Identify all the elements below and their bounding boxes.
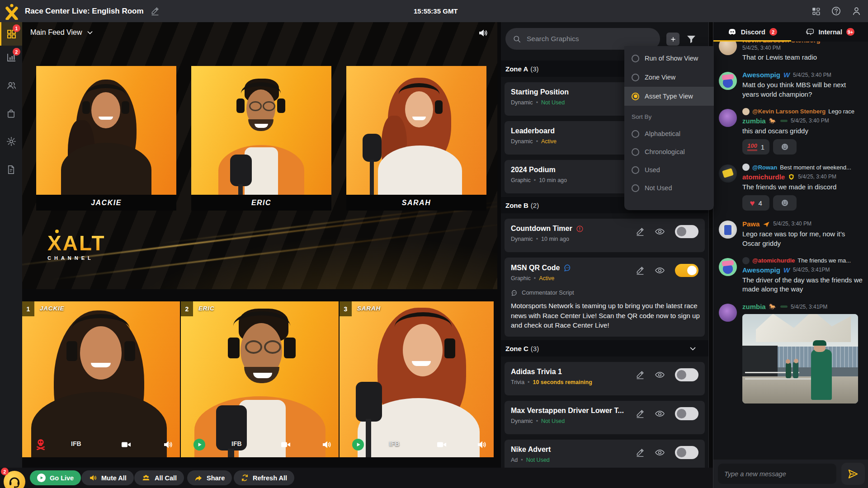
add-reaction-button[interactable]	[773, 139, 797, 155]
view-selector[interactable]: Main Feed View	[30, 28, 94, 37]
menu-option-alphabetical[interactable]: Alphabetical	[624, 125, 714, 143]
graphic-toggle[interactable]	[675, 407, 698, 420]
menu-option-run-of-show[interactable]: Run of Show View	[624, 49, 714, 68]
edit-icon[interactable]	[635, 409, 645, 418]
add-graphic-button[interactable]	[666, 33, 679, 46]
graphic-toggle[interactable]	[675, 225, 698, 238]
play-feed-icon[interactable]	[352, 439, 364, 450]
play-feed-icon[interactable]	[193, 439, 205, 450]
left-sidebar: 1 2	[0, 22, 22, 468]
edit-icon[interactable]	[635, 266, 645, 275]
go-live-button[interactable]: Go Live	[30, 470, 81, 485]
chat-message: @Rowan Best moment of weekend... atomich…	[719, 164, 863, 211]
preview-eye-icon[interactable]	[655, 370, 665, 380]
search-graphics-input[interactable]	[526, 34, 653, 43]
reply-text: The friends we ma...	[797, 257, 851, 264]
send-button[interactable]	[841, 463, 865, 485]
timestamp: 5/4/25, 3:40 PM	[798, 174, 836, 180]
reply-text: Lego race	[828, 108, 854, 115]
reaction-heart[interactable]: ♥ 4	[742, 195, 769, 211]
camera-feed-3[interactable]: 3 SARAH IFB	[340, 301, 494, 457]
preview-eye-icon[interactable]	[655, 226, 665, 237]
feed-volume-icon[interactable]	[162, 439, 173, 450]
document-icon	[6, 164, 16, 175]
camera-icon[interactable]	[121, 439, 132, 450]
preview-eye-icon[interactable]	[655, 408, 665, 419]
refresh-all-button[interactable]: Refresh All	[234, 470, 294, 485]
menu-option-used[interactable]: Used	[624, 161, 714, 179]
message-input[interactable]	[718, 464, 836, 484]
preview-eye-icon[interactable]	[655, 447, 665, 458]
chat-image-attachment[interactable]	[742, 314, 858, 404]
message-list[interactable]: Kevin Larsson Stenberg 5/4/25, 3:40 PM T…	[713, 42, 868, 460]
share-arrow-icon	[194, 474, 203, 482]
reply-avatar	[742, 108, 750, 115]
graphic-row-adidas-trivia[interactable]: Adidas Trivia 1 Trivia•10 seconds remain…	[505, 362, 705, 395]
avatar	[719, 164, 737, 183]
feed-volume-icon[interactable]	[321, 439, 332, 450]
graphic-toggle[interactable]	[675, 264, 698, 277]
camera-feed-2[interactable]: 2 ERIC IFB	[181, 301, 339, 457]
graphic-row-msn-qr-code[interactable]: MSN QR Code Graphic•Active Commentator S…	[505, 258, 705, 337]
profile-icon[interactable]	[851, 6, 862, 16]
refresh-icon	[241, 474, 249, 482]
zone-c-header[interactable]: Zone C(3)	[501, 340, 708, 357]
edit-icon[interactable]	[635, 370, 645, 380]
send-plane-icon	[847, 468, 859, 480]
sidebar-item-dashboard[interactable]: 1	[0, 22, 22, 46]
message-text: this and oscars griddy	[742, 127, 863, 136]
radio-icon	[632, 148, 639, 156]
internal-unread-badge: 9+	[846, 28, 854, 36]
graphic-row-countdown-timer[interactable]: Countdown Timer Dynamic•10 min ago	[505, 219, 705, 252]
sidebar-item-settings[interactable]	[0, 130, 22, 153]
ifb-label[interactable]: IFB	[389, 440, 400, 447]
sidebar-item-people[interactable]	[0, 74, 22, 97]
reaction-100[interactable]: 100 1	[742, 139, 769, 155]
camera-feed-1[interactable]: 1 JACKIE IFB	[22, 301, 180, 457]
username: zumbia	[742, 117, 766, 125]
tab-internal[interactable]: Internal 9+	[791, 22, 868, 42]
all-call-button[interactable]: All Call	[134, 470, 184, 485]
sidebar-item-analytics[interactable]: 2	[0, 46, 22, 69]
edit-title-icon[interactable]	[150, 6, 160, 16]
share-button[interactable]: Share	[187, 470, 232, 485]
tab-discord[interactable]: Discord 2	[713, 22, 791, 42]
kill-feed-skull-icon[interactable]	[35, 438, 47, 450]
graphic-toggle[interactable]	[675, 446, 698, 459]
mute-all-button[interactable]: Mute All	[81, 470, 134, 485]
ifb-label[interactable]: IFB	[71, 440, 81, 447]
xalt-logo-icon[interactable]	[4, 3, 19, 20]
menu-option-not-used[interactable]: Not Used	[624, 179, 714, 197]
reply-reference[interactable]: @Rowan Best moment of weekend...	[742, 164, 863, 171]
filter-button[interactable]	[684, 33, 698, 46]
camera-icon[interactable]	[280, 439, 291, 450]
sidebar-item-store[interactable]	[0, 102, 22, 125]
preview-volume-icon[interactable]	[477, 28, 488, 38]
feed-volume-icon[interactable]	[476, 439, 487, 450]
ifb-label[interactable]: IFB	[231, 440, 242, 447]
add-reaction-button[interactable]	[773, 195, 797, 211]
menu-option-zone-view[interactable]: Zone View	[624, 68, 714, 87]
graphic-row-nike-advert[interactable]: Nike Advert Ad•Not Used	[505, 440, 705, 468]
menu-option-asset-type-view[interactable]: Asset Type View	[624, 87, 714, 106]
graphic-row-max-verstappen[interactable]: Max Verstappen Driver Lower T... Dynamic…	[505, 401, 705, 434]
chat-message: @Kevin Larsson Stenberg Lego race zumbia…	[719, 108, 863, 155]
reply-reference[interactable]: @atomichurdle The friends we ma...	[742, 257, 863, 264]
menu-option-chronological[interactable]: Chronological	[624, 143, 714, 161]
analytics-badge: 2	[13, 48, 20, 56]
timestamp: 5/4/25, 3:41PM	[793, 267, 830, 273]
help-icon[interactable]	[831, 6, 841, 16]
apps-grid-icon[interactable]	[811, 6, 821, 16]
username: Awesompig	[742, 266, 780, 274]
camera-icon[interactable]	[436, 439, 447, 450]
preview-eye-icon[interactable]	[655, 265, 665, 276]
reply-reference[interactable]: @Kevin Larsson Stenberg Lego race	[742, 108, 863, 115]
sidebar-item-documents[interactable]	[0, 158, 22, 181]
chat-panel: Discord 2 Internal 9+ Kevin Larsson Sten…	[713, 22, 868, 488]
reply-avatar	[742, 257, 750, 264]
edit-icon[interactable]	[635, 227, 645, 236]
custom-emote	[780, 305, 788, 308]
edit-icon[interactable]	[635, 448, 645, 457]
graphic-toggle[interactable]	[675, 368, 698, 381]
gear-icon	[6, 136, 17, 147]
